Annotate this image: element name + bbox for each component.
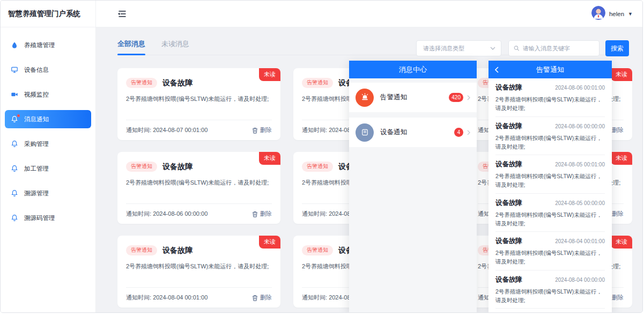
notify-time: 通知时间: 2024-08-06 00:00:00 xyxy=(126,210,208,218)
message-type-select[interactable]: 请选择消息类型 xyxy=(416,40,501,56)
sidebar-item-message-notice[interactable]: 消息通知 xyxy=(5,110,91,128)
trace-code-bell-icon xyxy=(10,214,18,222)
alarm-item-time: 2024-08-04 00:00:00 xyxy=(555,277,605,283)
alarm-item-body: 2号养殖塘饲料投喂(编号SLTW)未能运行，请及时处理; xyxy=(495,172,605,189)
alarm-count-badge: 420 xyxy=(449,93,463,102)
sidebar-item-device-info[interactable]: 设备信息 xyxy=(5,61,91,79)
alarm-item-title: 设备故障 xyxy=(495,237,522,246)
alarm-item-time: 2024-08-05 00:01:00 xyxy=(555,162,605,167)
tab-unread-messages[interactable]: 未读消息 xyxy=(161,39,189,55)
card-body: 2号养殖塘饲料投喂(编号SLTW)未能运行，请及时处理; xyxy=(126,179,272,187)
caret-down-icon: ▼ xyxy=(628,11,633,17)
purchase-bell-icon xyxy=(10,140,18,148)
topbar: helen ▼ xyxy=(96,1,642,27)
keyword-search xyxy=(508,40,599,56)
alarm-siren-icon xyxy=(356,89,374,107)
device-info-icon xyxy=(10,66,18,74)
user-menu[interactable]: helen ▼ xyxy=(591,6,633,22)
delete-button[interactable]: 删除 xyxy=(252,294,272,302)
sidebar-item-label: 加工管理 xyxy=(24,165,49,173)
alarm-item-title: 设备故障 xyxy=(495,122,522,131)
alarm-item-title: 设备故障 xyxy=(495,275,522,284)
message-card: 未读 告警通知设备故障 2号养殖塘饲料投喂(编号SLTW)未能运行，请及时处理;… xyxy=(117,152,280,224)
sidebar-item-label: 视频监控 xyxy=(24,91,49,99)
delete-button[interactable]: 删除 xyxy=(252,126,272,134)
trash-icon xyxy=(252,295,258,301)
sidebar: 智慧养殖管理门户系统 养殖塘管理 设备信息 视频监控 xyxy=(1,1,96,312)
sidebar-item-label: 消息通知 xyxy=(24,115,49,123)
message-center-item-label: 设备通知 xyxy=(380,128,407,137)
sidebar-item-processing[interactable]: 加工管理 xyxy=(5,159,91,178)
alarm-list-item: 设备故障2024-08-05 00:00:00 2号养殖塘饲料投喂(编号SLTW… xyxy=(495,194,605,232)
app-window: 智慧养殖管理门户系统 养殖塘管理 设备信息 视频监控 xyxy=(0,0,643,313)
alarm-item-time: 2024-08-04 00:01:00 xyxy=(555,238,605,244)
notify-time: 通知时间: 2024-08-07 00:01:00 xyxy=(126,126,208,134)
unread-badge: 未读 xyxy=(259,236,280,249)
chevron-right-icon xyxy=(467,95,470,100)
alarm-type-badge: 告警通知 xyxy=(302,245,333,255)
alarm-panel-header: 告警通知 xyxy=(488,61,612,78)
sidebar-item-label: 溯源码管理 xyxy=(24,214,55,222)
sidebar-item-label: 设备信息 xyxy=(24,66,49,74)
sidebar-item-purchase[interactable]: 采购管理 xyxy=(5,135,91,153)
chevron-right-icon xyxy=(467,130,470,135)
sidebar-item-label: 溯源管理 xyxy=(24,189,49,198)
alarm-item-body: 2号养殖塘饲料投喂(编号SLTW)未能运行，请及时处理; xyxy=(495,249,605,266)
alarm-notification-panel: 告警通知 设备故障2024-08-06 00:01:00 2号养殖塘饲料投喂(编… xyxy=(488,61,612,312)
sidebar-item-pond-management[interactable]: 养殖塘管理 xyxy=(5,36,91,54)
pond-icon xyxy=(10,41,18,49)
message-center-item-device[interactable]: 设备通知 4 xyxy=(349,118,477,147)
back-icon[interactable] xyxy=(495,61,499,78)
message-card: 未读 告警通知设备故障 2号养殖塘饲料投喂(编号SLTW)未能运行，请及时处理;… xyxy=(117,236,280,308)
alarm-panel-title: 告警通知 xyxy=(536,65,564,75)
unread-badge: 未读 xyxy=(611,236,632,249)
unread-badge: 未读 xyxy=(611,68,632,81)
sidebar-item-label: 养殖塘管理 xyxy=(24,41,55,49)
trash-icon xyxy=(252,211,258,217)
sidebar-item-video-monitor[interactable]: 视频监控 xyxy=(5,85,91,104)
card-body: 2号养殖塘饲料投喂(编号SLTW)未能运行，请及时处理; xyxy=(126,262,272,271)
alarm-list: 设备故障2024-08-06 00:01:00 2号养殖塘饲料投喂(编号SLTW… xyxy=(488,78,612,312)
message-center-title: 消息中心 xyxy=(399,65,427,75)
search-icon xyxy=(514,45,520,52)
device-icon xyxy=(356,123,374,142)
card-title: 设备故障 xyxy=(162,78,193,88)
trash-icon xyxy=(252,127,258,134)
alarm-type-badge: 告警通知 xyxy=(126,162,157,172)
notify-time: 通知时间: 2024-08-04 00:01:00 xyxy=(126,294,208,302)
bell-icon xyxy=(10,115,18,123)
search-input[interactable] xyxy=(523,45,595,52)
alarm-item-title: 设备故障 xyxy=(495,199,522,208)
sidebar-item-traceability[interactable]: 溯源管理 xyxy=(5,184,91,202)
unread-badge: 未读 xyxy=(259,152,280,165)
alarm-type-badge: 告警通知 xyxy=(302,78,333,88)
processing-bell-icon xyxy=(10,165,18,173)
tab-all-messages[interactable]: 全部消息 xyxy=(117,39,145,55)
alarm-item-title: 设备故障 xyxy=(495,83,522,92)
delete-button[interactable]: 删除 xyxy=(252,210,272,218)
message-center-item-alarm[interactable]: 告警通知 420 xyxy=(349,83,477,112)
notification-dot xyxy=(17,114,20,117)
avatar xyxy=(591,6,605,22)
alarm-item-time: 2024-08-06 00:01:00 xyxy=(555,85,605,91)
alarm-list-item: 设备故障2024-08-04 00:01:00 2号养殖塘饲料投喂(编号SLTW… xyxy=(495,232,605,271)
alarm-item-time: 2024-08-05 00:00:00 xyxy=(555,200,605,206)
message-center-panel: 消息中心 告警通知 420 设备通知 4 xyxy=(349,61,477,312)
alarm-list-item: 设备故障2024-08-06 00:01:00 2号养殖塘饲料投喂(编号SLTW… xyxy=(495,78,605,117)
unread-badge: 未读 xyxy=(611,152,632,165)
message-card: 未读 告警通知设备故障 2号养殖塘饲料投喂(编号SLTW)未能运行，请及时处理;… xyxy=(117,68,280,140)
chevron-down-icon xyxy=(490,47,495,50)
alarm-item-time: 2024-08-06 00:00:00 xyxy=(555,123,605,129)
card-body: 2号养殖塘饲料投喂(编号SLTW)未能运行，请及时处理; xyxy=(126,95,272,103)
app-title: 智慧养殖管理门户系统 xyxy=(1,1,95,27)
menu-fold-icon[interactable] xyxy=(117,10,126,18)
message-center-item-label: 告警通知 xyxy=(380,93,407,102)
message-center-header: 消息中心 xyxy=(349,61,477,78)
unread-badge: 未读 xyxy=(259,68,280,81)
card-title: 设备故障 xyxy=(162,246,193,255)
alarm-item-body: 2号养殖塘饲料投喂(编号SLTW)未能运行，请及时处理; xyxy=(495,95,605,113)
search-button[interactable]: 搜索 xyxy=(605,40,629,56)
alarm-type-badge: 告警通知 xyxy=(126,78,157,88)
sidebar-item-trace-code[interactable]: 溯源码管理 xyxy=(5,209,91,227)
trace-bell-icon xyxy=(10,189,18,198)
